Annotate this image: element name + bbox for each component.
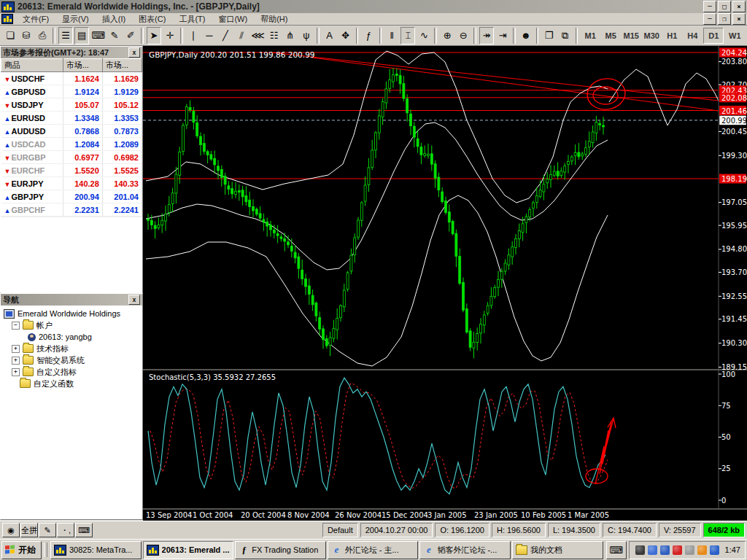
menu-tools[interactable]: 工具(T) <box>172 14 212 24</box>
market-watch-button[interactable]: ☰ <box>58 27 73 44</box>
maximize-button[interactable]: □ <box>718 1 731 12</box>
market-watch-row-gbpchf[interactable]: ▲GBPCHF2.22312.2241 <box>1 203 142 217</box>
market-watch-row-gbpusd[interactable]: ▲GBPUSD1.91241.9129 <box>1 85 142 98</box>
market-watch-row-usdcad[interactable]: ▲USDCAD1.20841.2089 <box>1 138 142 151</box>
market-watch-row-audusd[interactable]: ▲AUDUSD0.78680.7873 <box>1 125 142 138</box>
crosshair-button[interactable]: ✛ <box>163 27 177 44</box>
update-tray-icon[interactable] <box>697 545 707 555</box>
market-watch-row-usdjpy[interactable]: ▼USDJPY105.07105.12 <box>1 98 142 112</box>
navigator-close-icon[interactable]: x <box>128 295 140 305</box>
market-watch-row-eurchf[interactable]: ▼EURCHF1.55201.5525 <box>1 164 142 177</box>
market-watch-row-eurgbp[interactable]: ▼EURGBP0.69770.6982 <box>1 151 142 164</box>
menu-view[interactable]: 显示(V) <box>55 14 96 24</box>
pitchfork-button[interactable]: ψ <box>299 27 314 44</box>
metaeditor-button[interactable]: ✐ <box>123 27 138 44</box>
new-chart-button[interactable]: ❏ <box>3 27 18 44</box>
expand-icon[interactable]: + <box>12 368 20 376</box>
cursor-button[interactable]: ➤ <box>147 27 161 44</box>
chart-shift-button[interactable]: ⇥ <box>495 27 510 44</box>
timeframe-d1-button[interactable]: D1 <box>703 28 724 44</box>
bar-chart-button[interactable]: ‖ <box>384 27 399 44</box>
timeframe-h1-button[interactable]: H1 <box>662 28 681 43</box>
market-watch-row-eurjpy[interactable]: ▼EURJPY140.28140.33 <box>1 177 142 190</box>
keyboard-tray-icon[interactable]: ⌨ <box>606 541 627 559</box>
start-button[interactable]: 开始 <box>1 541 42 559</box>
market-watch-column-header[interactable]: 市场... <box>63 59 102 72</box>
network-tray-icon[interactable] <box>648 545 657 555</box>
tree-item-broker-root[interactable]: Emerald Worldwide Holdings <box>4 308 142 319</box>
objects-grid-button[interactable]: ☷ <box>267 27 282 44</box>
ime-keyboard-icon[interactable]: ⌨ <box>75 523 93 537</box>
taskbar-task-ie[interactable]: e外汇论坛 - 主... <box>328 541 419 559</box>
navigator-button[interactable]: ▤ <box>74 27 89 44</box>
timeframe-h4-button[interactable]: H4 <box>683 28 702 43</box>
expand-icon[interactable]: + <box>12 345 20 353</box>
ime-lang-icon[interactable]: ◉ <box>2 523 20 537</box>
save-button[interactable]: ⛁ <box>19 27 34 44</box>
timeframe-m30-button[interactable]: M30 <box>642 28 661 43</box>
child-close-button[interactable]: × <box>732 13 746 25</box>
tree-item-folder[interactable]: +技术指标 <box>4 343 142 354</box>
market-watch-row-eurusd[interactable]: ▲EURUSD1.33481.3353 <box>1 112 142 125</box>
child-restore-button[interactable]: ❐ <box>718 13 731 25</box>
menu-charts[interactable]: 图表(C) <box>132 14 172 24</box>
market-watch-row-usdchf[interactable]: ▼USDCHF1.16241.1629 <box>1 72 142 85</box>
camera-tray-icon[interactable] <box>635 545 645 555</box>
new-order-button[interactable]: ✎ <box>107 27 122 44</box>
expert-advisors-button[interactable]: ☻ <box>519 27 533 44</box>
market-watch-column-header[interactable]: 商品 <box>1 59 63 72</box>
tree-item-folder[interactable]: +智能交易系统 <box>4 354 142 366</box>
chart-area[interactable]: GBPJPY,Daily 200.20 201.51 199.86 200.99… <box>143 46 747 521</box>
menu-help[interactable]: 帮助(H) <box>254 14 294 24</box>
print-button[interactable]: ⎙ <box>35 27 50 44</box>
tree-item-account[interactable]: 20613: yangbg <box>4 331 142 343</box>
fibonacci-button[interactable]: ⋘ <box>250 27 266 44</box>
collapse-icon[interactable]: − <box>12 322 20 330</box>
terminal-button[interactable]: ⌨ <box>90 27 106 44</box>
channel-button[interactable]: ⫽ <box>234 27 249 44</box>
menu-file[interactable]: 文件(F) <box>16 14 55 24</box>
timeframe-m15-button[interactable]: M15 <box>622 28 640 43</box>
tree-item-folder[interactable]: −帐户 <box>4 319 142 331</box>
candlestick-chart-button[interactable]: ⌶ <box>400 27 415 44</box>
cascade-windows-button[interactable]: ⧉ <box>558 27 573 44</box>
ime-punct-icon[interactable]: ・, <box>57 523 74 537</box>
expand-icon[interactable]: + <box>12 357 20 365</box>
tree-item-folder[interactable]: +自定义指标 <box>4 366 142 378</box>
menu-window[interactable]: 窗口(W) <box>212 14 254 24</box>
price-chart[interactable]: GBPJPY,Daily 200.20 201.51 199.86 200.99… <box>143 46 747 521</box>
fibo-fan-button[interactable]: ⋔ <box>283 27 298 44</box>
new-window-button[interactable]: ❐ <box>541 27 556 44</box>
market-watch-close-icon[interactable]: x <box>128 47 140 58</box>
ime-mode-icon[interactable]: 全拼 <box>20 523 38 537</box>
child-minimize-button[interactable]: ─ <box>703 13 716 25</box>
close-button[interactable]: × <box>732 1 746 12</box>
taskbar-task-folder[interactable]: 我的文档 <box>512 541 603 559</box>
ime-pen-icon[interactable]: ✎ <box>39 523 56 537</box>
shield-tray-icon[interactable] <box>673 545 682 555</box>
taskbar-task-ie[interactable]: e韬客外汇论坛 -... <box>419 541 511 559</box>
market-watch-row-gbpjpy[interactable]: ▲GBPJPY200.94201.04 <box>1 190 142 203</box>
taskbar-task-terminal[interactable]: 30825: MetaTra... <box>50 541 142 559</box>
arrow-objects-button[interactable]: ✥ <box>338 27 353 44</box>
taskbar-task-terminal[interactable]: 20613: Emerald ... <box>143 541 234 559</box>
timeframe-w1-button[interactable]: W1 <box>725 28 744 43</box>
auto-scroll-button[interactable]: ↠ <box>479 27 494 44</box>
menu-insert[interactable]: 插入(I) <box>96 14 132 24</box>
firewall-tray-icon[interactable] <box>660 545 670 555</box>
globe-tray-icon[interactable] <box>710 545 719 555</box>
timeframe-m5-button[interactable]: M5 <box>601 28 620 43</box>
zoom-out-button[interactable]: ⊖ <box>456 27 471 44</box>
text-label-button[interactable]: A <box>322 27 337 44</box>
tree-item-folder[interactable]: 自定义函数 <box>4 378 142 389</box>
indicators-button[interactable]: ƒ <box>361 27 376 44</box>
chart-window-icon[interactable] <box>1 14 13 24</box>
timeframe-m1-button[interactable]: M1 <box>581 28 600 43</box>
zoom-in-button[interactable]: ⊕ <box>440 27 454 44</box>
minimize-button[interactable]: ─ <box>703 1 716 12</box>
trendline-button[interactable]: ╱ <box>218 27 233 44</box>
line-chart-button[interactable]: ∿ <box>417 27 431 44</box>
horizontal-line-button[interactable]: ─ <box>202 27 217 44</box>
taskbar-task-fx[interactable]: ƒFX Trading Station <box>235 541 326 559</box>
vertical-line-button[interactable]: ∣ <box>186 27 201 44</box>
